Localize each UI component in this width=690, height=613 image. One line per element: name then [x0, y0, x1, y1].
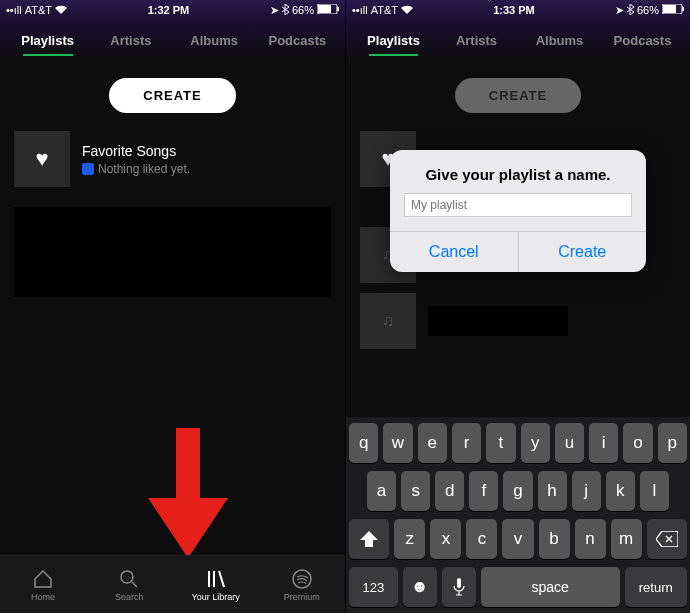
library-icon: [205, 568, 227, 590]
svg-point-3: [121, 571, 133, 583]
home-icon: [32, 568, 54, 590]
favorite-songs-row[interactable]: ♥ Favorite Songs Nothing liked yet.: [14, 131, 331, 187]
clock: 1:32 PM: [148, 4, 190, 16]
dialog-create-button[interactable]: Create: [518, 232, 647, 272]
screenshot-right: ••ıll AT&T 1:33 PM ➤ 66% Playlists Artis…: [345, 0, 690, 613]
library-tabs: Playlists Artists Albums Podcasts: [346, 20, 690, 60]
search-icon: [118, 568, 140, 590]
redacted-block: [428, 306, 568, 336]
status-bar: ••ıll AT&T 1:32 PM ➤ 66%: [0, 0, 345, 20]
name-playlist-dialog: Give your playlist a name. Cancel Create: [390, 150, 646, 272]
tab-artists[interactable]: Artists: [89, 25, 172, 56]
nav-premium-label: Premium: [284, 592, 320, 602]
key-r[interactable]: r: [452, 423, 481, 463]
emoji-icon: ☻: [411, 577, 429, 597]
nav-library-label: Your Library: [192, 592, 240, 602]
bottom-nav: Home Search Your Library Premium: [0, 555, 345, 613]
spotify-icon: [291, 568, 313, 590]
key-dictation[interactable]: [442, 567, 476, 607]
key-v[interactable]: v: [502, 519, 533, 559]
battery-percent: 66%: [292, 4, 314, 16]
signal-icon: ••ıll: [352, 4, 368, 16]
battery-icon: [317, 4, 339, 16]
key-f[interactable]: f: [469, 471, 498, 511]
carrier: AT&T: [25, 4, 52, 16]
key-z[interactable]: z: [394, 519, 425, 559]
favorite-title: Favorite Songs: [82, 143, 190, 159]
key-h[interactable]: h: [538, 471, 567, 511]
library-tabs: Playlists Artists Albums Podcasts: [0, 20, 345, 60]
key-c[interactable]: c: [466, 519, 497, 559]
tab-podcasts[interactable]: Podcasts: [601, 25, 684, 56]
tab-playlists[interactable]: Playlists: [6, 25, 89, 56]
favorite-subtitle: Nothing liked yet.: [98, 162, 190, 176]
list-item[interactable]: ♫: [360, 293, 676, 349]
red-arrow-annotation: [148, 428, 228, 558]
key-b[interactable]: b: [539, 519, 570, 559]
playlist-cover: ♫: [360, 293, 416, 349]
create-row: CREATE: [346, 60, 690, 123]
microphone-icon: [453, 578, 465, 596]
tab-albums[interactable]: Albums: [173, 25, 256, 56]
key-x[interactable]: x: [430, 519, 461, 559]
create-playlist-button[interactable]: CREATE: [455, 78, 581, 113]
svg-rect-2: [337, 7, 339, 11]
heart-icon: ♥: [35, 146, 48, 172]
music-note-icon: ♫: [382, 312, 394, 330]
battery-percent: 66%: [637, 4, 659, 16]
tab-artists[interactable]: Artists: [435, 25, 518, 56]
backspace-icon: [656, 531, 678, 547]
key-shift[interactable]: [349, 519, 389, 559]
battery-icon: [662, 4, 684, 16]
nav-library[interactable]: Your Library: [173, 556, 259, 613]
key-n[interactable]: n: [575, 519, 606, 559]
key-o[interactable]: o: [623, 423, 652, 463]
tab-podcasts[interactable]: Podcasts: [256, 25, 339, 56]
key-e[interactable]: e: [418, 423, 447, 463]
nav-search[interactable]: Search: [86, 556, 172, 613]
svg-rect-10: [663, 5, 676, 13]
key-i[interactable]: i: [589, 423, 618, 463]
key-d[interactable]: d: [435, 471, 464, 511]
wifi-icon: [401, 4, 413, 16]
download-badge-icon: [82, 163, 94, 175]
location-icon: ➤: [615, 4, 624, 17]
key-u[interactable]: u: [555, 423, 584, 463]
location-icon: ➤: [270, 4, 279, 17]
key-m[interactable]: m: [611, 519, 642, 559]
bluetooth-icon: [282, 4, 289, 17]
svg-line-7: [219, 571, 224, 587]
favorite-cover: ♥: [14, 131, 70, 187]
create-playlist-button[interactable]: CREATE: [109, 78, 235, 113]
key-q[interactable]: q: [349, 423, 378, 463]
dialog-cancel-button[interactable]: Cancel: [390, 232, 518, 272]
ios-keyboard: q w e r t y u i o p a s d f g h j k l z: [346, 417, 690, 613]
nav-home-label: Home: [31, 592, 55, 602]
nav-search-label: Search: [115, 592, 144, 602]
key-t[interactable]: t: [486, 423, 515, 463]
tab-albums[interactable]: Albums: [518, 25, 601, 56]
nav-premium[interactable]: Premium: [259, 556, 345, 613]
key-return[interactable]: return: [625, 567, 688, 607]
key-a[interactable]: a: [367, 471, 396, 511]
carrier: AT&T: [371, 4, 398, 16]
key-mode[interactable]: 123: [349, 567, 398, 607]
tab-playlists[interactable]: Playlists: [352, 25, 435, 56]
status-bar: ••ıll AT&T 1:33 PM ➤ 66%: [346, 0, 690, 20]
key-space[interactable]: space: [481, 567, 620, 607]
wifi-icon: [55, 4, 67, 16]
key-k[interactable]: k: [606, 471, 635, 511]
key-s[interactable]: s: [401, 471, 430, 511]
key-backspace[interactable]: [647, 519, 687, 559]
nav-home[interactable]: Home: [0, 556, 86, 613]
playlist-name-input[interactable]: [404, 193, 632, 217]
key-g[interactable]: g: [503, 471, 532, 511]
key-y[interactable]: y: [521, 423, 550, 463]
key-l[interactable]: l: [640, 471, 669, 511]
key-emoji[interactable]: ☻: [403, 567, 437, 607]
key-w[interactable]: w: [383, 423, 412, 463]
svg-rect-1: [318, 5, 331, 13]
svg-rect-11: [682, 7, 684, 11]
key-p[interactable]: p: [658, 423, 687, 463]
key-j[interactable]: j: [572, 471, 601, 511]
